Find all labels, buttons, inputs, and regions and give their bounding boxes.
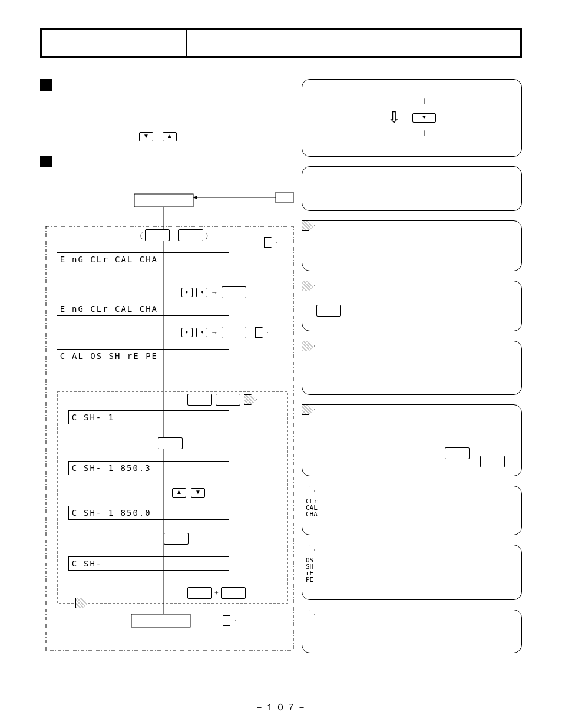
- lcd-7: C SH-: [68, 556, 229, 571]
- enter-key-1: [222, 286, 246, 298]
- lcd-4-first: C: [68, 410, 80, 424]
- callout-6-tag: [302, 404, 315, 415]
- callout-8-tag: [302, 545, 315, 555]
- callout-6-key-b: [480, 456, 505, 467]
- flowchart: ▼ ▲: [40, 79, 287, 653]
- step-tag-b: [255, 327, 268, 338]
- callout-8: OS SH rE PE: [302, 545, 522, 600]
- nav-keys-2: ▸ ◂ →: [181, 327, 270, 338]
- legend-2d: PE: [306, 577, 313, 583]
- header-bar: [40, 28, 522, 58]
- step-tag-e: [223, 615, 236, 626]
- callout-6-keys: [445, 447, 505, 467]
- callout-1-keys: ⊥ ▼ ⊥: [412, 97, 436, 139]
- key-g4: [158, 437, 183, 449]
- callouts: ⇩ ⊥ ▼ ⊥: [302, 79, 522, 653]
- arrow-2: →: [211, 328, 218, 337]
- header-cell-right: [187, 30, 520, 56]
- callout-6-key-a: [445, 447, 470, 459]
- lcd-3: C AL OS SH rE PE: [57, 349, 229, 363]
- svg-rect-6: [131, 614, 190, 627]
- key-g3a: [187, 394, 212, 406]
- nav-keys-5: ▲ ▼: [172, 488, 205, 498]
- legend-1: CLr CAL CHA: [306, 498, 318, 518]
- lcd-6-rest: SH- 1 850.0: [80, 506, 229, 520]
- callout-3-tag: [302, 220, 315, 231]
- tag-bottom-right: [223, 615, 238, 628]
- callout-5: [302, 341, 522, 395]
- key-gb1: [187, 587, 212, 599]
- t-icon-top: ⊥: [421, 97, 428, 107]
- key-gb2: [221, 587, 246, 599]
- callout-9: [302, 610, 522, 653]
- key-combo-paren: ( + ): [140, 229, 208, 241]
- callout-6: [302, 404, 522, 476]
- page-number: －１０７－: [0, 701, 562, 714]
- callout-7: CLr CAL CHA: [302, 486, 522, 535]
- tag-bottom-left: [75, 598, 91, 611]
- right-key-2: ▸: [181, 328, 193, 337]
- lcd-2-first: E: [57, 302, 68, 316]
- key-combo-bottom: +: [187, 587, 246, 599]
- plus-2: +: [214, 589, 219, 598]
- callout-9-tag: [302, 610, 315, 620]
- lcd-7-first: C: [68, 556, 80, 571]
- lcd-1-rest: nG CLr CAL CHA: [68, 252, 229, 266]
- nav-keys-3: [187, 394, 259, 406]
- page: ▼ ▲: [0, 0, 562, 728]
- lcd-4-rest: SH- 1: [80, 410, 229, 424]
- nav-keys-4: [158, 437, 183, 449]
- tag-row-a: [264, 237, 279, 250]
- lcd-7-rest: SH-: [80, 556, 229, 571]
- callout-4-tag: [302, 281, 315, 291]
- lcd-2-rest: nG CLr CAL CHA: [68, 302, 229, 316]
- down-arrow-icon: ⇩: [388, 108, 401, 128]
- callout-4: [302, 281, 522, 331]
- step-tag-a: [264, 237, 277, 248]
- lcd-5-rest: SH- 1 850.3: [80, 461, 229, 475]
- callout-7-tag: [302, 486, 315, 496]
- legend-2: OS SH rE PE: [306, 557, 313, 583]
- lcd-5-first: C: [68, 461, 80, 475]
- arrow-1: →: [211, 288, 218, 297]
- content-row: ▼ ▲: [40, 79, 522, 653]
- key-generic-1: [145, 229, 170, 241]
- legend-1c: CHA: [306, 511, 318, 518]
- enter-key-2: [222, 327, 246, 338]
- header-cell-left: [42, 30, 187, 56]
- down-key-2: ▼: [191, 488, 205, 498]
- plus-1: +: [172, 231, 176, 240]
- left-key-2: ◂: [196, 328, 207, 337]
- callout-2: [302, 166, 522, 211]
- key-g3b: [216, 394, 240, 406]
- lcd-1: E nG CLr CAL CHA: [57, 252, 229, 266]
- lcd-4: C SH- 1: [68, 410, 229, 424]
- svg-rect-1: [134, 194, 193, 207]
- left-key-1: ◂: [196, 288, 207, 297]
- lcd-2: E nG CLr CAL CHA: [57, 302, 229, 316]
- lcd-3-rest: AL OS SH rE PE: [68, 349, 229, 363]
- up-key-2: ▲: [172, 488, 186, 498]
- key-generic-2: [178, 229, 203, 241]
- step-tag-c: [244, 394, 257, 405]
- lcd-3-first: C: [57, 349, 68, 363]
- callout-4-key: [316, 305, 341, 317]
- t-icon-bot: ⊥: [421, 129, 428, 139]
- down-key-side: ▼: [412, 113, 436, 123]
- lcd-1-first: E: [57, 252, 68, 266]
- nav-keys-6: [164, 533, 189, 545]
- lcd-6: C SH- 1 850.0: [68, 506, 229, 520]
- svg-rect-2: [276, 192, 293, 203]
- right-key-1: ▸: [181, 288, 193, 297]
- callout-5-tag: [302, 341, 315, 351]
- nav-keys-1: ▸ ◂ →: [181, 286, 246, 298]
- callout-1: ⇩ ⊥ ▼ ⊥: [302, 79, 522, 157]
- callout-3: [302, 220, 522, 271]
- step-tag-d: [75, 598, 88, 608]
- lcd-5: C SH- 1 850.3: [68, 461, 229, 475]
- lcd-6-first: C: [68, 506, 80, 520]
- key-g6: [164, 533, 189, 545]
